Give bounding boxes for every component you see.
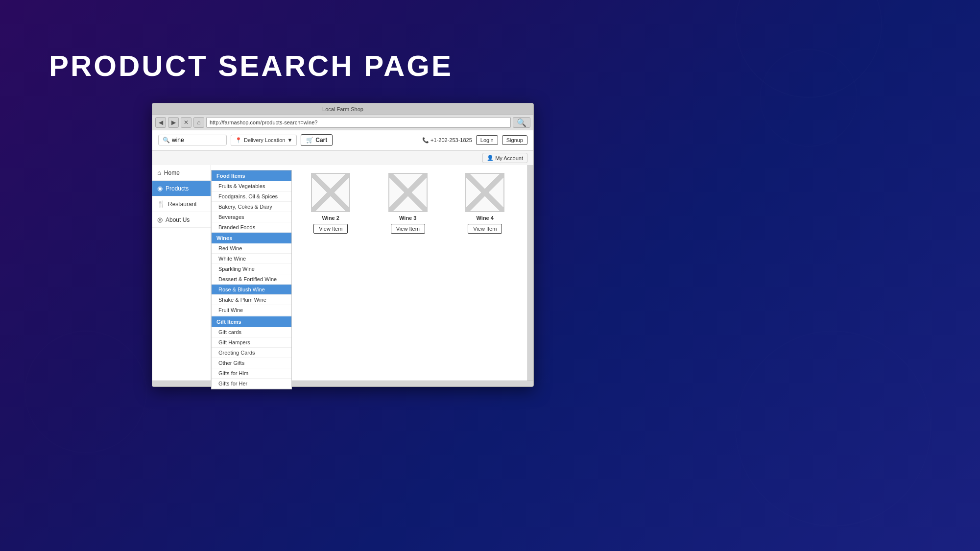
dropdown-foodgrains[interactable]: Foodgrains, Oil & Spices	[212, 192, 291, 202]
gift-items-category: Gift Items	[212, 316, 291, 327]
sidebar: ⌂ Home ◉ Products 🍴 Restaurant ◎ About U…	[152, 165, 211, 381]
products-icon: ◉	[157, 185, 163, 192]
vertical-scrollbar[interactable]	[527, 165, 533, 381]
account-label: My Account	[495, 155, 523, 161]
cart-button[interactable]: 🛒 Cart	[301, 134, 333, 146]
delivery-label: Delivery Location	[244, 137, 285, 143]
address-bar[interactable]	[206, 117, 511, 128]
product-name-1: Wine 2	[322, 215, 339, 221]
sidebar-item-restaurant[interactable]: 🍴 Restaurant	[152, 196, 211, 212]
close-button[interactable]: ✕	[181, 117, 191, 128]
sidebar-about-label: About Us	[166, 216, 190, 223]
home-icon: ⌂	[157, 169, 161, 176]
page-title: PRODUCT SEARCH PAGE	[49, 49, 453, 83]
deco-circle-2	[760, 49, 858, 147]
product-image-3	[465, 173, 504, 212]
account-row: 👤 My Account	[152, 150, 533, 165]
site-header: 🔍 📍 Delivery Location ▼ 🛒 Cart 📞 +1-202-…	[152, 130, 533, 150]
dropdown-gifts-him[interactable]: Gifts for Him	[212, 368, 291, 379]
back-button[interactable]: ◀	[155, 117, 166, 128]
cart-icon: 🛒	[306, 137, 313, 144]
product-name-3: Wine 4	[477, 215, 494, 221]
dropdown-gifts-her[interactable]: Gifts for Her	[212, 379, 291, 381]
dropdown-gift-hampers[interactable]: Gift Hampers	[212, 337, 291, 348]
product-image-2	[388, 173, 428, 212]
product-card-3: Wine 4 View Item	[451, 173, 520, 234]
sidebar-item-about[interactable]: ◎ About Us	[152, 212, 211, 228]
view-item-button-1[interactable]: View Item	[313, 224, 348, 234]
home-button[interactable]: ⌂	[193, 117, 204, 128]
dropdown-branded-foods[interactable]: Branded Foods	[212, 222, 291, 233]
dropdown-white-wine[interactable]: White Wine	[212, 254, 291, 264]
dropdown-rose-blush-wine[interactable]: Rose & Blush Wine	[212, 285, 291, 295]
account-icon: 👤	[487, 155, 494, 161]
account-button[interactable]: 👤 My Account	[482, 153, 527, 163]
deco-circle-1	[735, 0, 882, 98]
dropdown-greeting-cards[interactable]: Greeting Cards	[212, 348, 291, 358]
sidebar-home-label: Home	[164, 169, 180, 176]
search-icon: 🔍	[163, 137, 170, 144]
view-item-button-3[interactable]: View Item	[468, 224, 502, 234]
product-image-1	[311, 173, 350, 212]
website-content: 🔍 📍 Delivery Location ▼ 🛒 Cart 📞 +1-202-…	[152, 130, 533, 386]
signup-button[interactable]: Signup	[502, 135, 527, 145]
product-card-2: Wine 3 View Item	[373, 173, 443, 234]
dropdown-dessert-wine[interactable]: Dessert & Fortified Wine	[212, 274, 291, 285]
phone-icon: 📞	[422, 137, 429, 143]
product-card-1: Wine 2 View Item	[296, 173, 366, 234]
chevron-down-icon: ▼	[287, 137, 292, 143]
phone-number: 📞 +1-202-253-1825	[422, 137, 472, 144]
dropdown-fruit-wine[interactable]: Fruit Wine	[212, 305, 291, 315]
food-items-category: Food Items	[212, 170, 291, 181]
browser-window: Local Farm Shop ◀ ▶ ✕ ⌂ 🔍 🔍 📍 Delivery L…	[152, 103, 534, 387]
login-button[interactable]: Login	[476, 135, 498, 145]
delivery-location-button[interactable]: 📍 Delivery Location ▼	[231, 135, 297, 146]
browser-titlebar: Local Farm Shop	[152, 103, 533, 115]
magnifier-icon: 🔍	[517, 118, 526, 127]
view-item-button-2[interactable]: View Item	[391, 224, 425, 234]
browser-title: Local Farm Shop	[322, 106, 363, 112]
dropdown-sparkling-wine[interactable]: Sparkling Wine	[212, 264, 291, 274]
deco-circle-4	[24, 331, 147, 453]
dropdown-gift-cards[interactable]: Gift cards	[212, 327, 291, 337]
site-main: ⌂ Home ◉ Products 🍴 Restaurant ◎ About U…	[152, 165, 533, 381]
browser-toolbar: ◀ ▶ ✕ ⌂ 🔍	[152, 115, 533, 130]
search-box[interactable]: 🔍	[158, 135, 227, 145]
cart-label: Cart	[315, 137, 327, 144]
forward-button[interactable]: ▶	[168, 117, 179, 128]
restaurant-icon: 🍴	[157, 200, 165, 208]
deco-circle-3	[735, 331, 931, 527]
dropdown-shake-plum-wine[interactable]: Shake & Plum Wine	[212, 295, 291, 305]
sidebar-item-home[interactable]: ⌂ Home	[152, 165, 211, 181]
dropdown-menu: Food Items Fruits & Vegetables Foodgrain…	[211, 170, 292, 381]
horizontal-scrollbar[interactable]	[152, 381, 533, 386]
sidebar-item-products[interactable]: ◉ Products	[152, 181, 211, 196]
header-right: 📞 +1-202-253-1825 Login Signup	[422, 135, 527, 145]
search-input[interactable]	[172, 137, 221, 144]
sidebar-products-label: Products	[166, 185, 189, 192]
wines-category: Wines	[212, 233, 291, 243]
dropdown-bakery[interactable]: Bakery, Cokes & Diary	[212, 202, 291, 212]
dropdown-other-gifts[interactable]: Other Gifts	[212, 358, 291, 368]
location-pin-icon: 📍	[235, 137, 242, 144]
browser-search-button[interactable]: 🔍	[513, 117, 530, 128]
dropdown-fruits-veg[interactable]: Fruits & Vegetables	[212, 181, 291, 192]
dropdown-red-wine[interactable]: Red Wine	[212, 243, 291, 254]
product-name-2: Wine 3	[399, 215, 416, 221]
about-icon: ◎	[157, 216, 163, 223]
dropdown-beverages[interactable]: Beverages	[212, 212, 291, 222]
sidebar-restaurant-label: Restaurant	[168, 201, 197, 208]
